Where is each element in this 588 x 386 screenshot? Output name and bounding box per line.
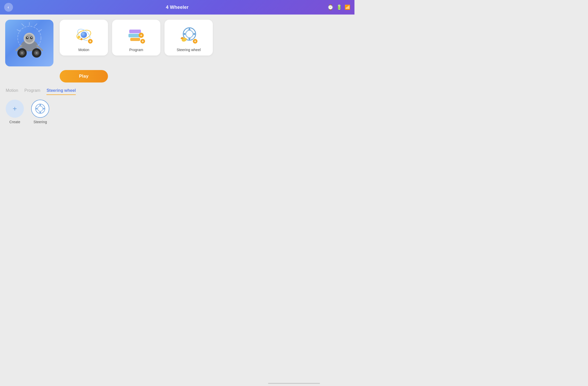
tab-program[interactable]: Program — [24, 88, 40, 95]
svg-point-25 — [80, 38, 83, 40]
svg-rect-28 — [130, 38, 140, 41]
play-button[interactable]: Play — [60, 70, 108, 82]
svg-point-12 — [31, 37, 32, 38]
svg-line-5 — [17, 30, 20, 31]
steering-item[interactable]: Steering — [31, 100, 49, 124]
create-item[interactable]: + Create — [6, 100, 24, 124]
play-button-container: Play — [5, 70, 349, 82]
back-chevron-icon: ‹ — [8, 5, 9, 10]
plus-icon: + — [13, 105, 17, 113]
program-plus-badge: + — [140, 38, 146, 44]
steering-card[interactable]: + Steering wheel — [165, 20, 213, 56]
main-content: + Motion + + — [0, 15, 354, 124]
steering-item-circle — [31, 100, 49, 118]
create-label: Create — [9, 120, 20, 124]
tab-motion[interactable]: Motion — [6, 88, 18, 95]
svg-point-23 — [81, 32, 87, 38]
motion-plus-badge: + — [87, 38, 93, 44]
create-circle: + — [6, 100, 24, 118]
top-row: + Motion + + — [5, 20, 349, 66]
svg-point-40 — [38, 106, 43, 111]
steering-item-label: Steering — [33, 120, 47, 124]
robot-svg — [9, 22, 50, 64]
steering-icon-area: + — [178, 24, 199, 45]
tab-steering-wheel[interactable]: Steering wheel — [46, 88, 76, 95]
tabs-row: Motion Program Steering wheel — [5, 88, 349, 95]
steering-item-icon — [35, 103, 46, 114]
svg-text:+: + — [140, 33, 142, 37]
robot-image — [5, 20, 53, 66]
items-grid: + Create Steering — [5, 100, 349, 124]
steering-card-label: Steering wheel — [177, 48, 201, 52]
watch-icon: ⌚ — [327, 4, 334, 10]
wifi-icon: 📶 — [345, 4, 350, 10]
svg-point-17 — [21, 52, 23, 54]
svg-point-11 — [27, 37, 28, 38]
motion-icon-area: + — [73, 24, 94, 45]
svg-point-32 — [186, 30, 193, 38]
page-title: 4 Wheeler — [166, 5, 189, 10]
header: ‹ 4 Wheeler ⌚ 🔋 📶 — [0, 0, 354, 15]
program-card[interactable]: + + Program — [112, 20, 160, 56]
battery-icon: 🔋 — [336, 4, 342, 10]
motion-card[interactable]: + Motion — [60, 20, 108, 56]
svg-point-18 — [36, 52, 38, 54]
svg-line-3 — [35, 24, 37, 26]
back-button[interactable]: ‹ — [4, 3, 13, 12]
svg-point-24 — [78, 36, 80, 38]
motion-card-label: Motion — [78, 48, 89, 52]
program-icon-area: + + — [126, 24, 147, 45]
svg-line-1 — [22, 24, 24, 26]
svg-rect-26 — [129, 30, 141, 33]
program-card-label: Program — [129, 48, 143, 52]
header-icons: ⌚ 🔋 📶 — [327, 4, 350, 10]
steering-plus-badge: + — [192, 38, 198, 44]
svg-line-4 — [38, 30, 42, 31]
cards-container: + Motion + + — [60, 20, 213, 56]
